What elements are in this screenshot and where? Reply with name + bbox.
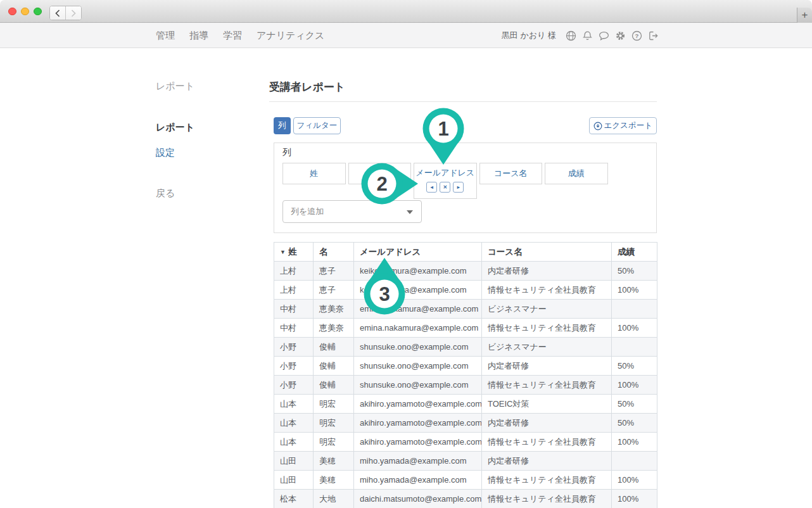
traffic-lights <box>8 8 42 16</box>
table-cell: emina.nakamura@example.com <box>354 319 482 338</box>
table-cell: miho.yamada@example.com <box>354 471 482 490</box>
table-cell: 美穂 <box>314 452 354 471</box>
table-cell: 山本 <box>274 433 314 452</box>
table-row: 山田美穂miho.yamada@example.com情報セキュリティ全社員教育… <box>274 471 657 490</box>
table-row: 上村恵子keiko.uemura@example.com情報セキュリティ全社員教… <box>274 281 657 300</box>
column-chip-label: コース名 <box>494 168 528 179</box>
table-cell: 小野 <box>274 357 314 376</box>
columns-panel: 列 姓名メールアドレス◂✕▸コース名成績 列を追加 <box>274 143 657 233</box>
table-cell <box>612 338 657 357</box>
table-cell: daichi.matsumoto@example.com <box>354 490 482 508</box>
table-cell: 内定者研修 <box>482 414 612 433</box>
nav-menu-item-2[interactable]: 指導 <box>189 30 208 42</box>
user-name: 黒田 かおり 様 <box>502 30 556 41</box>
table-cell <box>612 300 657 319</box>
chip-controls: ◂✕▸ <box>426 182 464 193</box>
history-nav <box>49 6 82 20</box>
columns-panel-label: 列 <box>282 147 648 157</box>
navbar-user-area: 黒田 かおり 様 ? <box>502 23 659 48</box>
column-chip[interactable]: 名 <box>348 163 412 184</box>
table-cell: emina.nakamura@example.com <box>354 300 482 319</box>
table-cell: 俊輔 <box>314 376 354 395</box>
column-chip[interactable]: コース名 <box>479 163 543 184</box>
column-header[interactable]: 成績 <box>612 243 657 262</box>
bell-icon[interactable] <box>582 30 593 41</box>
nav-menu-item-3[interactable]: 学習 <box>223 30 242 42</box>
close-window-button[interactable] <box>8 8 16 16</box>
table-row: 山本明宏akihiro.yamamoto@example.com情報セキュリティ… <box>274 433 657 452</box>
export-icon <box>593 122 602 130</box>
globe-icon[interactable] <box>566 30 576 41</box>
help-icon[interactable]: ? <box>631 30 642 41</box>
table-row: 中村恵美奈emina.nakamura@example.com情報セキュリティ全… <box>274 319 657 338</box>
sidebar-heading: レポート <box>156 75 251 92</box>
columns-tab-button[interactable]: 列 <box>274 117 291 134</box>
sidebar-item[interactable]: 戻る <box>156 187 251 199</box>
export-button[interactable]: エクスポート <box>589 117 657 134</box>
nav-menu-item-4[interactable]: アナリティクス <box>257 30 324 42</box>
table-cell: 俊輔 <box>314 338 354 357</box>
column-header[interactable]: コース名 <box>482 243 612 262</box>
navbar-menu: 管理指導学習アナリティクス <box>156 23 324 48</box>
chat-icon[interactable] <box>599 30 609 41</box>
column-chip-label: 名 <box>376 168 384 179</box>
column-chip[interactable]: 姓 <box>282 163 346 184</box>
add-column-select[interactable]: 列を追加 <box>282 200 422 223</box>
table-cell: 中村 <box>274 300 314 319</box>
column-header[interactable]: 名 <box>314 243 354 262</box>
sidebar-item[interactable]: レポート <box>156 122 251 133</box>
column-chip[interactable]: メールアドレス◂✕▸ <box>414 163 477 199</box>
column-header[interactable]: メールアドレス <box>354 243 482 262</box>
minimize-window-button[interactable] <box>21 8 29 16</box>
back-icon <box>55 10 60 17</box>
table-cell: keiko.uemura@example.com <box>354 262 482 281</box>
chip-move-left-button[interactable]: ◂ <box>426 182 437 193</box>
back-button[interactable] <box>50 6 65 20</box>
chip-remove-button[interactable]: ✕ <box>440 182 450 193</box>
table-cell: 山田 <box>274 471 314 490</box>
add-column-placeholder: 列を追加 <box>291 206 324 217</box>
report-table-body: 上村恵子keiko.uemura@example.com内定者研修50%上村恵子… <box>274 262 657 508</box>
column-header[interactable]: ▼姓 <box>274 243 314 262</box>
table-cell: 恵子 <box>314 281 354 300</box>
titlebar: + <box>0 0 812 23</box>
table-cell: 上村 <box>274 281 314 300</box>
export-label: エクスポート <box>604 120 652 131</box>
sidebar: レポート レポート設定戻る <box>156 75 251 199</box>
sort-desc-icon: ▼ <box>280 249 286 255</box>
table-row: 小野俊輔shunsuke.ono@example.com内定者研修50% <box>274 357 657 376</box>
forward-button[interactable] <box>65 6 81 20</box>
table-cell: 100% <box>612 376 657 395</box>
table-cell: 内定者研修 <box>482 357 612 376</box>
table-cell: miho.yamada@example.com <box>354 452 482 471</box>
table-cell: 山本 <box>274 414 314 433</box>
table-cell: akihiro.yamamoto@example.com <box>354 395 482 414</box>
zoom-window-button[interactable] <box>34 8 42 16</box>
column-chip-label: 成績 <box>568 168 585 179</box>
table-cell: 山本 <box>274 395 314 414</box>
column-chip[interactable]: 成績 <box>545 163 608 184</box>
table-cell: akihiro.yamamoto@example.com <box>354 433 482 452</box>
table-cell: 情報セキュリティ全社員教育 <box>482 490 612 508</box>
chip-move-right-button[interactable]: ▸ <box>453 182 464 193</box>
page-title: 受講者レポート <box>269 75 657 94</box>
table-cell: 大地 <box>314 490 354 508</box>
chevron-down-icon <box>407 210 413 214</box>
table-cell: 明宏 <box>314 414 354 433</box>
gear-icon[interactable] <box>615 30 626 41</box>
column-chips: 姓名メールアドレス◂✕▸コース名成績 <box>282 163 648 199</box>
table-cell: akihiro.yamamoto@example.com <box>354 414 482 433</box>
table-cell: 小野 <box>274 338 314 357</box>
app-navbar: 管理指導学習アナリティクス 黒田 かおり 様 ? <box>0 23 812 48</box>
table-cell: 内定者研修 <box>482 262 612 281</box>
table-row: 中村恵美奈emina.nakamura@example.comビジネスマナー <box>274 300 657 319</box>
filter-tab-button[interactable]: フィルター <box>293 117 341 134</box>
table-cell: 松本 <box>274 490 314 508</box>
logout-icon[interactable] <box>648 30 659 41</box>
nav-menu-item-1[interactable]: 管理 <box>156 30 175 42</box>
new-tab-button[interactable]: + <box>797 8 812 23</box>
sidebar-item[interactable]: 設定 <box>156 147 251 158</box>
table-cell: shunsuke.ono@example.com <box>354 338 482 357</box>
table-cell: 美穂 <box>314 471 354 490</box>
table-row: 山本明宏akihiro.yamamoto@example.com内定者研修50% <box>274 414 657 433</box>
